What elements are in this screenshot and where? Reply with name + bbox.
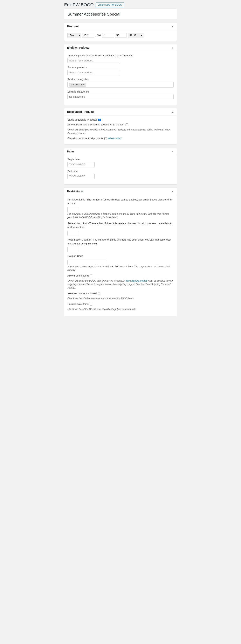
- exclude-products-field-group: Exclude products: [68, 66, 174, 75]
- eligible-section-header: Eligible Products ▲: [64, 44, 177, 51]
- accessories-tag-remove[interactable]: ×: [70, 84, 72, 86]
- discount-toggle-arrow[interactable]: ▲: [172, 25, 174, 28]
- eligible-products-section: Eligible Products ▲ Products (leave blan…: [64, 44, 177, 105]
- free-shipping-checkbox[interactable]: [90, 274, 92, 277]
- page-header: Edit PW BOGO Create New PW BOGO: [64, 0, 177, 9]
- auto-add-label: Automatically add discounted product(s) …: [68, 123, 124, 126]
- discounted-toggle-arrow[interactable]: ▲: [172, 110, 174, 113]
- dates-section-body: Begin date End date: [64, 155, 177, 184]
- discount-row: Buy , Get % off flat off free: [68, 33, 174, 38]
- eligible-toggle-arrow[interactable]: ▲: [172, 46, 174, 49]
- same-eligible-row: Same as Eligible Products: [68, 118, 174, 121]
- exclude-sale-label: Exclude sale items: [68, 302, 88, 306]
- discount-type-select[interactable]: % off flat off free: [128, 33, 144, 38]
- identical-checkbox[interactable]: [104, 137, 107, 140]
- discounted-products-section: Discounted Products ▲ Same as Eligible P…: [64, 108, 177, 145]
- create-new-bogo-button[interactable]: Create New PW BOGO: [96, 2, 124, 7]
- no-coupons-label: No other coupons allowed: [68, 292, 96, 295]
- end-date-input[interactable]: [68, 174, 95, 179]
- buy-select[interactable]: Buy: [68, 33, 81, 38]
- restrictions-section-title: Restrictions: [67, 190, 83, 193]
- restrictions-toggle-arrow[interactable]: ▲: [172, 190, 174, 193]
- exclude-products-label: Exclude products: [68, 66, 174, 69]
- end-date-label: End date: [68, 170, 174, 173]
- eligible-section-body: Products (leave blank if BOGO is availab…: [64, 51, 177, 105]
- coupon-code-input[interactable]: [68, 260, 106, 265]
- exclude-products-search-input[interactable]: [68, 70, 120, 75]
- begin-date-group: Begin date: [68, 158, 174, 167]
- begin-date-label: Begin date: [68, 158, 174, 161]
- coupon-code-desc: If a coupon code is required to activate…: [68, 265, 174, 272]
- categories-field-group: Product categories × Accessories: [68, 78, 174, 88]
- no-coupons-row: No other coupons allowed: [68, 292, 174, 295]
- exclude-sale-checkbox[interactable]: [90, 303, 92, 306]
- free-shipping-method-link[interactable]: free shipping method: [126, 280, 147, 282]
- same-eligible-checkbox[interactable]: [98, 118, 101, 121]
- discounted-section-title: Discounted Products: [67, 110, 94, 113]
- free-shipping-desc-1: Check this box if the BOGO deal grants f…: [68, 280, 126, 282]
- products-search-input[interactable]: [68, 58, 120, 63]
- redemption-limit-desc: Redemption Limit - The number of times t…: [68, 222, 174, 229]
- comma-separator: ,: [95, 34, 96, 37]
- auto-add-desc: Check this box if you would like the Dis…: [68, 128, 174, 135]
- discount-value-input[interactable]: [115, 33, 127, 38]
- end-date-group: End date: [68, 170, 174, 179]
- exclude-sale-row: Exclude sale items: [68, 302, 174, 306]
- per-order-desc: Per Order Limit - The number of times th…: [68, 198, 174, 205]
- no-coupons-desc: Check this box if other coupons are not …: [68, 297, 174, 300]
- restrictions-section-header: Restrictions ▲: [64, 188, 177, 195]
- dates-toggle-arrow[interactable]: ▲: [172, 150, 174, 153]
- promo-name-box: Summer Accessories Special: [64, 9, 177, 20]
- exclude-sale-desc: Check this box if the BOGO deal should n…: [68, 308, 174, 311]
- redemption-limit-input[interactable]: [68, 230, 79, 236]
- exclude-categories-field-group: Exclude categories No categories: [68, 90, 174, 99]
- page-title: Edit PW BOGO: [64, 2, 94, 8]
- restrictions-section: Restrictions ▲ Per Order Limit - The num…: [64, 188, 177, 316]
- products-field-group: Products (leave blank if BOGO is availab…: [68, 54, 174, 63]
- accessories-tag[interactable]: × Accessories: [69, 83, 86, 86]
- per-order-input[interactable]: [68, 207, 79, 212]
- free-shipping-desc: Check this box if the BOGO deal grants f…: [68, 279, 174, 290]
- same-eligible-label: Same as Eligible Products: [68, 118, 97, 121]
- coupon-code-label: Coupon Code: [68, 254, 174, 258]
- get-label: Get: [97, 34, 101, 37]
- discounted-section-header: Discounted Products ▲: [64, 108, 177, 116]
- discount-section-title: Discount: [67, 25, 79, 28]
- identical-label: Only discount identical products: [68, 137, 103, 140]
- get-qty-input[interactable]: [102, 33, 114, 38]
- no-categories-display: No categories: [68, 94, 174, 99]
- discount-section: Discount ▲ Buy , Get % off flat off free: [64, 22, 177, 41]
- discount-section-body: Buy , Get % off flat off free: [64, 30, 177, 41]
- discounted-section-body: Same as Eligible Products Automatically …: [64, 116, 177, 144]
- dates-section: Dates ▲ Begin date End date: [64, 148, 177, 184]
- discount-section-header: Discount ▲: [64, 23, 177, 30]
- exclude-categories-label: Exclude categories: [68, 90, 174, 93]
- identical-row: Only discount identical products What's …: [68, 137, 174, 140]
- whats-this-link[interactable]: What's this?: [108, 137, 122, 140]
- no-coupons-checkbox[interactable]: [98, 292, 100, 295]
- per-order-note: For example: a BOGO deal has a limit of …: [68, 212, 174, 219]
- free-shipping-row: Allow free shipping: [68, 274, 174, 277]
- redemption-counter-input[interactable]: [68, 247, 79, 252]
- eligible-section-title: Eligible Products: [67, 46, 89, 49]
- restrictions-section-body: Per Order Limit - The number of times th…: [64, 195, 177, 316]
- dates-section-header: Dates ▲: [64, 148, 177, 155]
- begin-date-input[interactable]: [68, 162, 95, 167]
- products-label: Products (leave blank if BOGO is availab…: [68, 54, 174, 57]
- dates-section-title: Dates: [67, 150, 74, 153]
- redemption-counter-desc: Redemption Counter - The number of times…: [68, 238, 174, 246]
- free-shipping-label: Allow free shipping: [68, 274, 89, 277]
- promo-name: Summer Accessories Special: [68, 12, 174, 16]
- accessories-tag-label: Accessories: [72, 83, 85, 86]
- categories-tag-box[interactable]: × Accessories: [68, 82, 174, 88]
- auto-add-checkbox[interactable]: [126, 124, 128, 126]
- categories-label: Product categories: [68, 78, 174, 81]
- buy-qty-input[interactable]: [82, 33, 94, 38]
- auto-add-row: Automatically add discounted product(s) …: [68, 123, 174, 126]
